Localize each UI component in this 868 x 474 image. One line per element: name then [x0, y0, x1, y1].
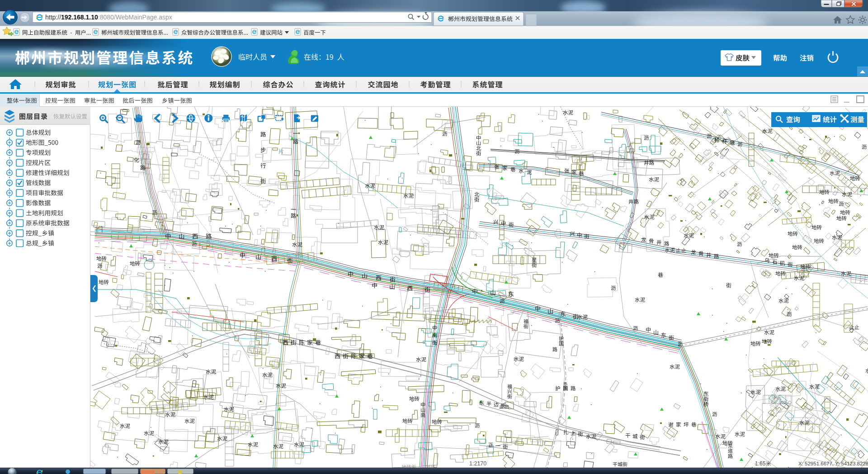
svg-text:1:65: 1:65	[755, 460, 766, 467]
svg-text:X: 52951.6677, Y: 54123.8228: X: 52951.6677, Y: 54123.8228	[798, 461, 868, 466]
svg-text:1:2170: 1:2170	[469, 460, 486, 467]
svg-text:http://192.168.1.10:8080/WebMa: http://192.168.1.10:8080/WebMainPage.asp…	[45, 14, 172, 21]
